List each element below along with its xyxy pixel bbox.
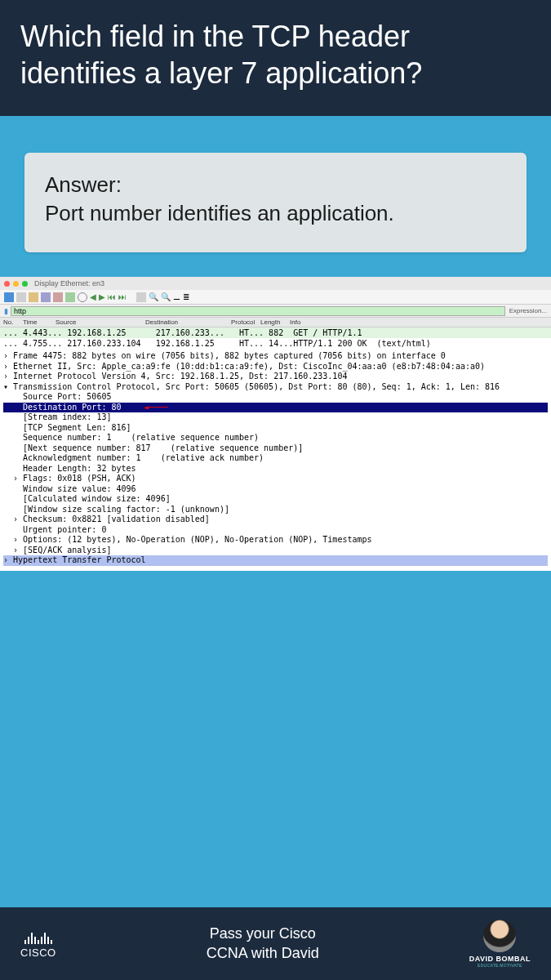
col-length[interactable]: Length — [260, 318, 290, 326]
col-destination[interactable]: Destination — [145, 318, 231, 326]
question-text: Which field in the TCP header identifies… — [20, 20, 422, 90]
wireshark-window: Display Ethernet: en3 ◀ ▶ ⏮ ⏭ 🔍 🔍 ⚊ ≣ ▮ … — [0, 277, 551, 571]
col-protocol[interactable]: Protocol — [231, 318, 260, 326]
detail-line[interactable]: Sequence number: 1 (relative sequence nu… — [3, 433, 548, 443]
highlight-arrow-icon: ◄──── — [144, 403, 168, 413]
david-tagline: EDUCATE.MOTIVATE — [478, 963, 522, 968]
answer-container: Answer: Port number identifies an applic… — [0, 116, 551, 277]
reload-icon[interactable] — [65, 292, 75, 302]
interfaces-icon[interactable] — [4, 292, 14, 302]
spacer — [0, 571, 551, 907]
answer-box: Answer: Port number identifies an applic… — [24, 153, 527, 252]
detail-line[interactable]: Acknowledgment number: 1 (relative ack n… — [3, 453, 548, 464]
close-icon[interactable] — [4, 281, 10, 287]
packet-details[interactable]: › Frame 4475: 882 bytes on wire (7056 bi… — [0, 349, 551, 571]
detail-line[interactable]: › Frame 4475: 882 bytes on wire (7056 bi… — [3, 351, 548, 362]
detail-line[interactable]: › Internet Protocol Version 4, Src: 192.… — [3, 372, 548, 382]
detail-line[interactable]: Header Length: 32 bytes — [3, 464, 548, 474]
packet-list-header: No. Time Source Destination Protocol Len… — [0, 318, 551, 327]
zoom-reset-icon[interactable]: ⚊ — [173, 292, 180, 301]
detail-line[interactable]: Window size value: 4096 — [3, 484, 548, 495]
answer-text: Port number identifies an application. — [45, 199, 506, 228]
detail-line[interactable]: › [SEQ/ACK analysis] — [3, 546, 548, 556]
detail-line[interactable]: › Ethernet II, Src: Apple_ca:a9:fe (10:d… — [3, 362, 548, 372]
detail-line[interactable]: [TCP Segment Len: 816] — [3, 423, 548, 434]
detail-line[interactable]: [Next sequence number: 817 (relative seq… — [3, 443, 548, 454]
zoom-in-icon[interactable]: 🔍 — [149, 292, 158, 301]
resize-cols-icon[interactable]: ≣ — [183, 292, 189, 301]
footer-line1: Pass your Cisco — [207, 924, 319, 943]
detail-line[interactable]: › Options: (12 bytes), No-Operation (NOP… — [3, 535, 548, 546]
footer: CISCO Pass your Cisco CCNA with David DA… — [0, 907, 551, 980]
jump-last-icon[interactable]: ⏭ — [118, 292, 127, 301]
zoom-icon[interactable] — [22, 281, 28, 287]
packet-row[interactable]: ... 4.443... 192.168.1.25 217.160.233...… — [0, 327, 551, 338]
detail-line[interactable]: [Window size scaling factor: -1 (unknown… — [3, 505, 548, 515]
detail-line[interactable]: Destination Port: 80◄──── — [3, 403, 548, 413]
window-controls — [4, 281, 28, 287]
cisco-text: CISCO — [20, 947, 56, 959]
footer-tagline: Pass your Cisco CCNA with David — [207, 924, 319, 963]
nav-back-icon[interactable]: ◀ — [90, 292, 96, 301]
find-icon[interactable] — [78, 292, 87, 302]
avatar-icon — [483, 920, 516, 952]
filter-icon[interactable]: ▮ — [4, 307, 8, 315]
detail-line[interactable]: › Flags: 0x018 (PSH, ACK) — [3, 474, 548, 484]
nav-forward-icon[interactable]: ▶ — [99, 292, 105, 301]
packet-row[interactable]: ... 4.755... 217.160.233.104 192.168.1.2… — [0, 338, 551, 349]
col-no[interactable]: No. — [3, 318, 23, 326]
jump-first-icon[interactable]: ⏮ — [108, 292, 116, 301]
window-title: Display Ethernet: en3 — [34, 279, 104, 287]
titlebar: Display Ethernet: en3 — [0, 277, 551, 290]
detail-line[interactable]: › Hypertext Transfer Protocol — [3, 555, 548, 566]
detail-line[interactable]: Source Port: 50605 — [3, 392, 548, 403]
zoom-out-icon[interactable]: 🔍 — [161, 292, 171, 301]
detail-line[interactable]: [Stream index: 13] — [3, 412, 548, 423]
save-icon[interactable] — [41, 292, 51, 302]
expression-button[interactable]: Expression... — [509, 307, 547, 314]
toolbar: ◀ ▶ ⏮ ⏭ 🔍 🔍 ⚊ ≣ — [0, 290, 551, 305]
cisco-bars-icon — [24, 929, 52, 944]
detail-line[interactable]: [Calculated window size: 4096] — [3, 494, 548, 505]
colorize-icon[interactable] — [136, 292, 146, 302]
minimize-icon[interactable] — [13, 281, 19, 287]
col-source[interactable]: Source — [56, 318, 145, 326]
open-icon[interactable] — [29, 292, 38, 302]
options-icon[interactable] — [16, 292, 26, 302]
question-header: Which field in the TCP header identifies… — [0, 0, 551, 116]
footer-line2: CCNA with David — [207, 944, 319, 963]
david-bombal-logo: DAVID BOMBAL EDUCATE.MOTIVATE — [469, 920, 531, 968]
answer-label: Answer: — [45, 171, 506, 199]
detail-line[interactable]: › Checksum: 0x8821 [validation disabled] — [3, 514, 548, 525]
col-info[interactable]: Info — [290, 318, 305, 326]
col-time[interactable]: Time — [23, 318, 56, 326]
detail-line[interactable]: Urgent pointer: 0 — [3, 525, 548, 536]
close-file-icon[interactable] — [53, 292, 63, 302]
filter-bar: ▮ Expression... — [0, 305, 551, 318]
packet-list[interactable]: ... 4.443... 192.168.1.25 217.160.233...… — [0, 327, 551, 349]
detail-line[interactable]: ▾ Transmission Control Protocol, Src Por… — [3, 382, 548, 393]
david-name: DAVID BOMBAL — [469, 955, 531, 963]
filter-input[interactable] — [11, 306, 505, 316]
cisco-logo: CISCO — [20, 929, 56, 959]
